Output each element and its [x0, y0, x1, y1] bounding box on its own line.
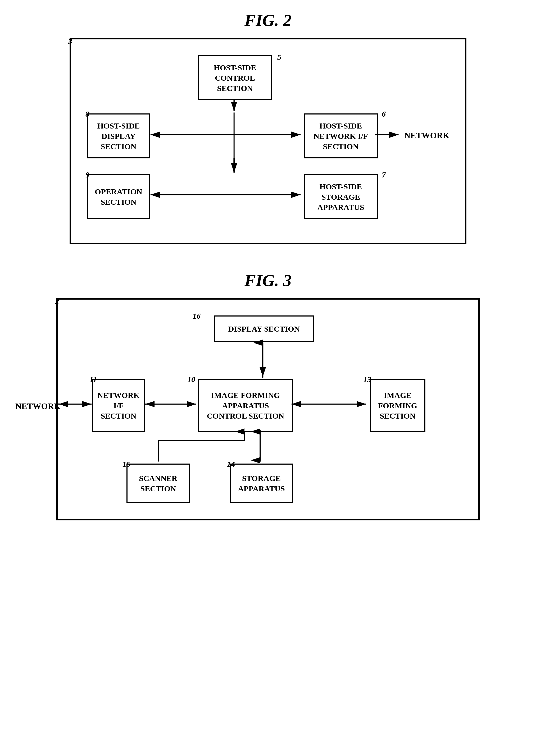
- display-ref: 16: [193, 311, 201, 321]
- fig3-outer-box: 2 DISPLAY SECTION 16 NETWORK I/F SECTION…: [56, 298, 480, 520]
- operation-block: OPERATION SECTION: [87, 174, 150, 219]
- scanner-block: SCANNER SECTION: [126, 463, 190, 503]
- host-storage-ref: 7: [382, 170, 386, 179]
- display-block: DISPLAY SECTION: [214, 315, 314, 342]
- fig3-network-label: NETWORK: [15, 401, 61, 411]
- host-display-block: HOST-SIDE DISPLAY SECTION: [87, 113, 150, 158]
- host-display-ref: 8: [85, 110, 89, 118]
- host-control-block: HOST-SIDE CONTROL SECTION: [198, 55, 272, 100]
- fig2-title: FIG. 2: [0, 0, 536, 30]
- storage-block: STORAGE APPARATUS: [230, 463, 293, 503]
- host-network-ref: 6: [382, 110, 386, 118]
- host-storage-block: HOST-SIDE STORAGE APPARATUS: [304, 174, 378, 219]
- host-control-ref: 5: [277, 53, 281, 62]
- scanner-ref: 15: [122, 459, 130, 469]
- image-forming-control-block: IMAGE FORMING APPARATUS CONTROL SECTION: [198, 379, 293, 432]
- host-network-block: HOST-SIDE NETWORK I/F SECTION: [304, 113, 378, 158]
- network-if-block: NETWORK I/F SECTION: [92, 379, 145, 432]
- operation-ref: 9: [85, 170, 89, 179]
- network-if-ref: 11: [89, 375, 97, 384]
- image-forming-block: IMAGE FORMING SECTION: [370, 379, 425, 432]
- fig3-title: FIG. 3: [0, 260, 536, 290]
- storage-ref: 14: [227, 459, 235, 469]
- fig2-network-label: NETWORK: [404, 131, 450, 141]
- image-forming-ref: 13: [363, 375, 371, 384]
- fig3-outer-label: 2: [55, 297, 59, 306]
- image-forming-control-ref: 10: [187, 375, 195, 384]
- fig2-outer-box: 3 HOST-SIDE CONTROL SECTION 5 HOST-SIDE …: [70, 38, 466, 244]
- fig2-outer-label: 3: [68, 37, 72, 46]
